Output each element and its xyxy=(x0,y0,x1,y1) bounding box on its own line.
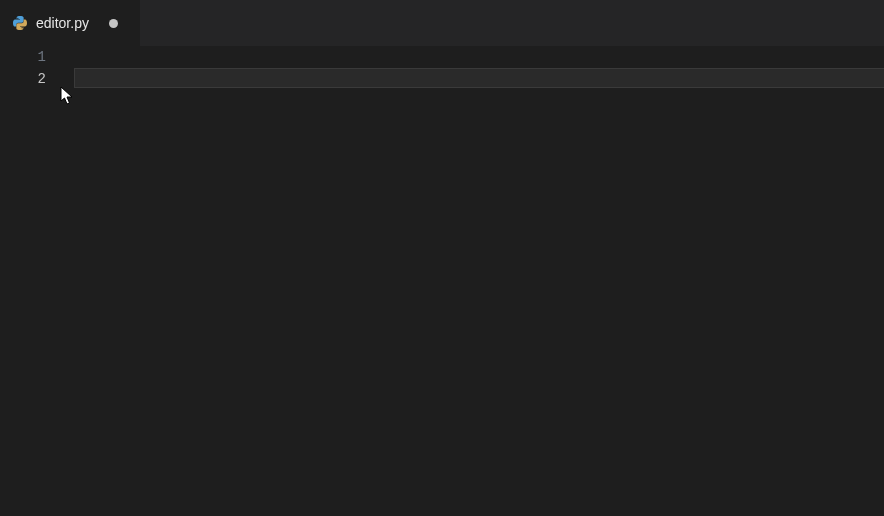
tab-editor-py[interactable]: editor.py xyxy=(0,0,140,46)
line-content[interactable] xyxy=(74,68,884,88)
editor-line[interactable]: 1 xyxy=(0,46,884,68)
line-content[interactable] xyxy=(64,46,884,68)
code-editor[interactable]: 1 2 xyxy=(0,46,884,516)
tab-bar: editor.py xyxy=(0,0,884,46)
unsaved-dot-icon[interactable] xyxy=(109,19,118,28)
line-number: 2 xyxy=(0,68,64,90)
line-number: 1 xyxy=(0,46,64,68)
editor-line[interactable]: 2 xyxy=(0,68,884,90)
python-icon xyxy=(12,15,28,31)
tab-label: editor.py xyxy=(36,16,89,30)
